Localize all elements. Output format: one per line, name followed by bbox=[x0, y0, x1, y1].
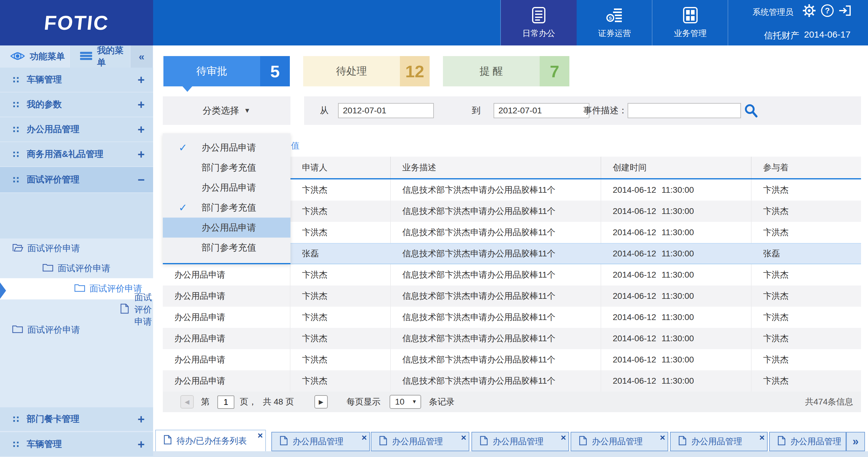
chevron-down-icon: ▼ bbox=[412, 399, 417, 405]
bottom-tab-office-supplies[interactable]: 办公用品管理 × bbox=[371, 432, 469, 451]
expand-icon[interactable]: + bbox=[137, 123, 145, 136]
sidebar-tab-function-menu[interactable]: 功能菜单 bbox=[0, 45, 70, 68]
total-pages-label: 共 48 页 bbox=[263, 396, 294, 407]
dropdown-option[interactable]: 部门参考充值 bbox=[163, 237, 290, 258]
dropdown-option[interactable]: 部门参考充值 bbox=[163, 158, 290, 177]
per-page-select[interactable]: 10 ▼ bbox=[390, 395, 421, 409]
expand-icon[interactable]: + bbox=[137, 148, 145, 161]
folder-icon bbox=[42, 263, 53, 274]
submenu-item-interview-request[interactable]: 面试评价申请 bbox=[0, 299, 153, 320]
previous-page-button[interactable]: ◀ bbox=[180, 395, 194, 409]
close-icon[interactable]: × bbox=[561, 432, 566, 443]
next-page-button[interactable]: ▶ bbox=[314, 395, 328, 409]
header: FOTIC 日常办公 S 证券运营 业务管理 系统管理员 bbox=[0, 0, 868, 45]
card-count-badge: 7 bbox=[540, 56, 569, 86]
expand-icon[interactable]: + bbox=[137, 437, 145, 451]
table-row[interactable]: 办公用品申请 卞洪杰 信息技术部卞洪杰申请办公用品胶棒11个 2014-06-1… bbox=[163, 286, 861, 307]
bottom-tab-office-supplies[interactable]: 办公用品管理 × bbox=[471, 432, 569, 451]
submenu-item-interview-request[interactable]: 面试评价申请 bbox=[0, 320, 153, 340]
card-pending-approval[interactable]: 待审批 5 bbox=[163, 56, 290, 86]
table-row[interactable]: 办公用品申请 卞洪杰 信息技术部卞洪杰申请办公用品胶棒11个 2014-06-1… bbox=[163, 370, 861, 392]
submenu-item-interview-request[interactable]: 面试评价申请 bbox=[0, 238, 153, 259]
to-label: 到 bbox=[472, 104, 480, 117]
dropdown-option[interactable]: ✓ 办公用品申请 bbox=[163, 138, 290, 158]
submenu-item-interview-request-selected[interactable]: 面试评价申请 bbox=[0, 278, 153, 299]
page-icon bbox=[280, 436, 288, 448]
table-row[interactable]: 办公用品申请 卞洪杰 信息技术部卞洪杰申请办公用品胶棒11个 2014-06-1… bbox=[163, 264, 861, 286]
hamburger-icon bbox=[80, 52, 92, 62]
sidebar-item-vehicle-management-2[interactable]: ∷ 车辆管理 + bbox=[0, 432, 153, 457]
dropdown-option-label: 部门参考充值 bbox=[202, 241, 256, 254]
close-icon[interactable]: × bbox=[660, 432, 665, 443]
bottom-tab-label: 办公用品管理 bbox=[493, 436, 544, 447]
bottom-tab-task-list-active[interactable]: 待办/已办任务列表 × bbox=[155, 430, 266, 451]
nav-tab-label: 证券运营 bbox=[598, 28, 631, 39]
close-icon[interactable]: × bbox=[461, 432, 466, 443]
drag-handle-icon: ∷ bbox=[13, 439, 19, 450]
folder-icon bbox=[74, 283, 85, 295]
submenu-item-label: 面试评价申请 bbox=[58, 262, 111, 274]
nav-tab-business[interactable]: 业务管理 bbox=[652, 0, 728, 45]
close-icon[interactable]: × bbox=[257, 430, 263, 440]
sidebar-item-label: 办公用品管理 bbox=[27, 123, 80, 135]
expand-icon[interactable]: + bbox=[137, 413, 145, 426]
submenu-item-label: 面试评价申请 bbox=[27, 324, 80, 336]
svg-text:S: S bbox=[609, 15, 612, 21]
nav-tab-daily-office[interactable]: 日常办公 bbox=[501, 0, 577, 45]
sidebar-item-my-parameters[interactable]: ∷ 我的参数 + bbox=[0, 92, 153, 117]
bottom-tab-office-supplies[interactable]: 办公用品管理 × bbox=[271, 432, 370, 451]
logout-icon[interactable] bbox=[838, 4, 852, 19]
bottom-tab-label: 办公用品管理 bbox=[292, 436, 343, 447]
sidebar-item-vehicle-management[interactable]: ∷ 车辆管理 + bbox=[0, 68, 153, 92]
category-select-dropdown-trigger[interactable]: 分类选择 ▼ bbox=[163, 96, 290, 125]
previous-arrow-icon: ◀ bbox=[185, 398, 189, 405]
sidebar-item-office-supplies[interactable]: ∷ 办公用品管理 + bbox=[0, 117, 153, 142]
help-icon[interactable]: ? bbox=[820, 4, 834, 19]
sidebar-item-label: 我的参数 bbox=[27, 98, 62, 110]
sidebar-item-dining-card[interactable]: ∷ 部门餐卡管理 + bbox=[0, 407, 153, 431]
active-card-pointer bbox=[183, 86, 192, 92]
expand-icon[interactable]: + bbox=[137, 98, 145, 111]
page-number-input[interactable] bbox=[217, 395, 235, 409]
event-description-input[interactable] bbox=[627, 103, 741, 118]
sidebar-tab-my-menu[interactable]: 我的菜单 bbox=[70, 45, 130, 68]
sidebar-item-interview-evaluation[interactable]: ∷ 面试评价管理 − bbox=[0, 167, 153, 193]
dropdown-option[interactable]: ✓ 部门参考充值 bbox=[163, 198, 290, 218]
card-pending-process[interactable]: 待处理 12 bbox=[303, 56, 430, 86]
dropdown-option-label: 部门参考充值 bbox=[202, 162, 256, 174]
sidebar-item-business-wine-gifts[interactable]: ∷ 商务用酒&礼品管理 + bbox=[0, 142, 153, 167]
date-from-input[interactable] bbox=[338, 103, 434, 118]
category-dropdown-panel: ✓ 办公用品申请 部门参考充值 办公用品申请 ✓ 部门参考充值 办公用品申请 部… bbox=[163, 133, 290, 264]
dropdown-option[interactable]: 办公用品申请 bbox=[163, 177, 290, 198]
bottom-tab-office-supplies[interactable]: 办公用品管理 × bbox=[570, 432, 668, 451]
date-to-input[interactable] bbox=[494, 103, 589, 118]
nav-tab-securities[interactable]: S 证券运营 bbox=[577, 0, 652, 45]
search-icon[interactable] bbox=[744, 104, 757, 120]
close-icon[interactable]: × bbox=[362, 432, 367, 443]
table-row[interactable]: 办公用品申请 卞洪杰 信息技术部卞洪杰申请办公用品胶棒11个 2014-06-1… bbox=[163, 328, 861, 349]
dropdown-option-label: 部门参考充值 bbox=[202, 201, 256, 214]
bottom-tab-office-supplies[interactable]: 办公用品管理 × bbox=[670, 432, 768, 451]
drag-handle-icon: ∷ bbox=[13, 414, 19, 425]
eye-icon bbox=[10, 51, 25, 62]
close-icon[interactable]: × bbox=[759, 432, 765, 443]
event-description-label: 事件描述： bbox=[583, 104, 627, 117]
card-reminder[interactable]: 提 醒 7 bbox=[443, 56, 569, 86]
dropdown-option-highlighted[interactable]: 办公用品申请 bbox=[163, 218, 290, 237]
sidebar-collapse-button[interactable]: « bbox=[130, 45, 153, 68]
gear-icon[interactable] bbox=[802, 4, 816, 19]
bottom-tab-label: 待办/已办任务列表 bbox=[177, 435, 247, 447]
nav-tab-label: 日常办公 bbox=[522, 28, 555, 39]
bottom-tab-label: 办公用品管理 bbox=[790, 436, 841, 447]
bottom-tab-office-supplies[interactable]: 办公用品管理 bbox=[769, 432, 846, 451]
sidebar-item-label: 部门餐卡管理 bbox=[27, 413, 80, 425]
expand-icon[interactable]: + bbox=[137, 73, 145, 87]
submenu-item-interview-request[interactable]: 面试评价申请 bbox=[0, 259, 153, 278]
page-icon bbox=[679, 436, 686, 448]
collapse-minus-icon[interactable]: − bbox=[137, 173, 145, 187]
tab-overflow-button[interactable]: » bbox=[846, 432, 865, 451]
card-label: 待审批 bbox=[163, 56, 260, 86]
table-row[interactable]: 办公用品申请 卞洪杰 信息技术部卞洪杰申请办公用品胶棒11个 2014-06-1… bbox=[163, 307, 861, 328]
app-window: FOTIC 日常办公 S 证券运营 业务管理 系统管理员 bbox=[0, 0, 868, 457]
table-row[interactable]: 办公用品申请 卞洪杰 信息技术部卞洪杰申请办公用品胶棒11个 2014-06-1… bbox=[163, 349, 861, 370]
